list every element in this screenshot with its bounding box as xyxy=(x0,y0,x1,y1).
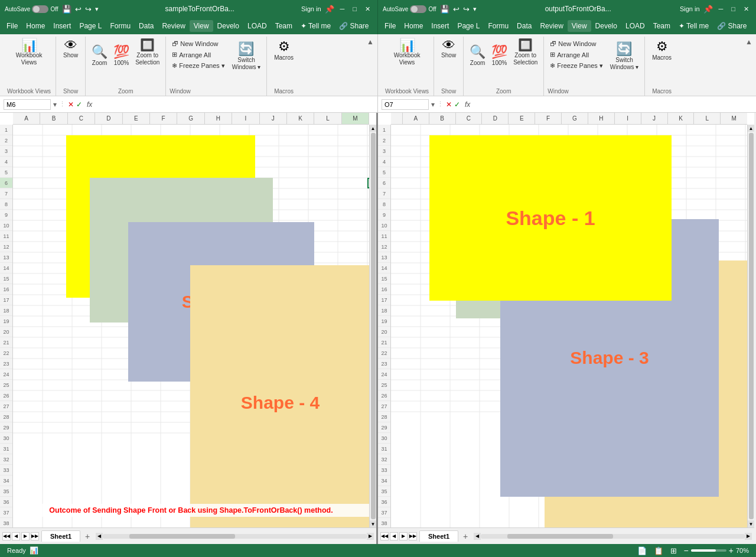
menu-home-right[interactable]: Home xyxy=(400,20,427,32)
menu-view-right[interactable]: View xyxy=(568,20,591,32)
menu-team-left[interactable]: Team xyxy=(271,20,296,32)
arrange-all-btn-right[interactable]: ⊞Arrange All xyxy=(548,50,605,60)
menu-home-left[interactable]: Home xyxy=(22,20,49,32)
maximize-right[interactable]: □ xyxy=(729,5,738,12)
col-header-H-right[interactable]: H xyxy=(588,113,615,124)
view-break-icon-left[interactable]: ⊞ xyxy=(670,546,677,555)
new-window-btn-right[interactable]: 🗗New Window xyxy=(548,39,605,48)
col-header-A-right[interactable]: A xyxy=(403,113,429,124)
menu-load-right[interactable]: LOAD xyxy=(621,20,649,32)
col-header-G-right[interactable]: G xyxy=(562,113,588,124)
view-layout-icon-left[interactable]: 📋 xyxy=(654,546,663,555)
switch-windows-btn-right[interactable]: 🔄 SwitchWindows ▾ xyxy=(608,39,641,73)
col-header-K-right[interactable]: K xyxy=(668,113,695,124)
cancel-formula-right[interactable]: ✕ xyxy=(446,100,452,109)
save-icon-left[interactable]: 💾 xyxy=(62,5,71,14)
col-header-L-right[interactable]: L xyxy=(694,113,721,124)
hscroll-track-right[interactable] xyxy=(481,534,745,539)
col-header-G-left[interactable]: G xyxy=(177,113,204,124)
freeze-panes-btn-right[interactable]: ❄Freeze Panes ▾ xyxy=(548,61,605,71)
right-vscrollbar[interactable]: ▲ ▼ xyxy=(747,125,754,527)
tab-nav-prev-right[interactable]: ◀ xyxy=(390,532,398,540)
sheet-tab-right[interactable]: Sheet1 xyxy=(419,530,458,542)
add-sheet-right[interactable]: + xyxy=(460,530,471,542)
col-header-A-left[interactable]: A xyxy=(13,113,40,124)
hscroll-track-left[interactable] xyxy=(103,534,367,539)
customize-icon-right[interactable]: ▾ xyxy=(473,5,477,13)
confirm-formula-right[interactable]: ✓ xyxy=(454,100,460,109)
sign-in-left[interactable]: Sign in xyxy=(301,5,321,12)
zoom-in-btn-left[interactable]: + xyxy=(729,546,734,555)
col-header-I-left[interactable]: I xyxy=(232,113,259,124)
formula-dropdown-left[interactable]: ▾ xyxy=(53,100,57,109)
tab-nav-next-left[interactable]: ▶ xyxy=(21,532,30,540)
menu-team-right[interactable]: Team xyxy=(649,20,674,32)
col-header-K-left[interactable]: K xyxy=(287,113,314,124)
vscroll-down-left[interactable]: ▼ xyxy=(370,520,377,527)
zoom-100-btn-right[interactable]: 💯 100% xyxy=(489,43,510,67)
tab-nav-last-right[interactable]: ▶▶ xyxy=(409,532,417,540)
name-box-right[interactable] xyxy=(382,99,429,110)
menu-formu-left[interactable]: Formu xyxy=(106,20,135,32)
col-header-B-right[interactable]: B xyxy=(429,113,456,124)
name-box-left[interactable] xyxy=(4,99,51,110)
arrange-all-btn-left[interactable]: ⊞Arrange All xyxy=(170,50,227,60)
menu-insert-right[interactable]: Insert xyxy=(427,20,453,32)
menu-file-right[interactable]: File xyxy=(380,20,400,32)
col-header-B-left[interactable]: B xyxy=(40,113,67,124)
minimize-right[interactable]: ─ xyxy=(716,5,726,12)
tab-nav-prev-left[interactable]: ◀ xyxy=(12,532,20,540)
sheet-tab-left[interactable]: Sheet1 xyxy=(41,530,80,542)
hscroll-left-left[interactable]: ◀ xyxy=(96,533,103,540)
hscroll-thumb-left[interactable] xyxy=(129,534,235,539)
view-normal-icon-left[interactable]: 📄 xyxy=(637,546,647,555)
sign-in-right[interactable]: Sign in xyxy=(680,5,700,12)
menu-develo-right[interactable]: Develo xyxy=(591,20,621,32)
tab-nav-next-right[interactable]: ▶ xyxy=(399,532,408,540)
menu-share-left[interactable]: 🔗 Share xyxy=(335,20,373,32)
col-header-I-right[interactable]: I xyxy=(615,113,641,124)
menu-tellme-left[interactable]: ✦ Tell me xyxy=(296,20,335,32)
col-header-C-left[interactable]: C xyxy=(68,113,95,124)
col-header-L-left[interactable]: L xyxy=(314,113,341,124)
menu-pagel-right[interactable]: Page L xyxy=(453,20,484,32)
menu-data-left[interactable]: Data xyxy=(135,20,158,32)
menu-view-left[interactable]: View xyxy=(190,20,213,32)
menu-load-left[interactable]: LOAD xyxy=(243,20,271,32)
ribbon-collapse-right[interactable]: ▲ xyxy=(744,37,754,96)
undo-icon-left[interactable]: ↩ xyxy=(75,5,82,14)
col-header-D-left[interactable]: D xyxy=(95,113,122,124)
cancel-formula-left[interactable]: ✕ xyxy=(68,100,74,109)
macros-btn-right[interactable]: ⚙ Macros xyxy=(650,37,674,63)
left-cells-area[interactable]: A B C D E F G H I J K L M 1 2 xyxy=(0,113,376,527)
col-header-F-right[interactable]: F xyxy=(535,113,562,124)
selected-cell-left[interactable] xyxy=(367,178,369,188)
zoom-slider-left[interactable] xyxy=(691,549,726,552)
redo-icon-left[interactable]: ↪ xyxy=(85,5,92,14)
close-right[interactable]: ✕ xyxy=(741,5,751,13)
tab-nav-last-left[interactable]: ▶▶ xyxy=(31,532,39,540)
menu-insert-left[interactable]: Insert xyxy=(49,20,75,32)
close-left[interactable]: ✕ xyxy=(363,5,373,13)
undo-icon-right[interactable]: ↩ xyxy=(453,5,460,14)
new-window-btn-left[interactable]: 🗗New Window xyxy=(170,39,227,48)
right-hscrollbar[interactable]: ◀ ▶ xyxy=(474,533,752,540)
col-header-M-left[interactable]: M xyxy=(342,113,369,124)
hscroll-left-right[interactable]: ◀ xyxy=(474,533,481,540)
ribbon-collapse-left[interactable]: ▲ xyxy=(366,37,375,96)
formula-dropdown-right[interactable]: ▾ xyxy=(431,100,435,109)
switch-windows-btn-left[interactable]: 🔄 SwitchWindows ▾ xyxy=(230,39,263,73)
menu-share-right[interactable]: 🔗 Share xyxy=(713,20,751,32)
col-header-E-right[interactable]: E xyxy=(509,113,535,124)
col-header-J-right[interactable]: J xyxy=(641,113,668,124)
col-header-F-left[interactable]: F xyxy=(150,113,177,124)
macros-btn-left[interactable]: ⚙ Macros xyxy=(272,37,296,63)
formula-input-left[interactable] xyxy=(97,101,374,108)
left-shape-4[interactable]: Shape - 4 xyxy=(190,265,369,527)
autosave-toggle-left[interactable] xyxy=(32,5,48,13)
ribbon-display-left[interactable]: 📌 xyxy=(325,5,334,14)
menu-file-left[interactable]: File xyxy=(2,20,22,32)
vscroll-thumb-left[interactable] xyxy=(371,133,376,519)
menu-review-left[interactable]: Review xyxy=(158,20,189,32)
right-cells-area[interactable]: A B C D E F G H I J K L M 1 2 xyxy=(378,113,754,527)
